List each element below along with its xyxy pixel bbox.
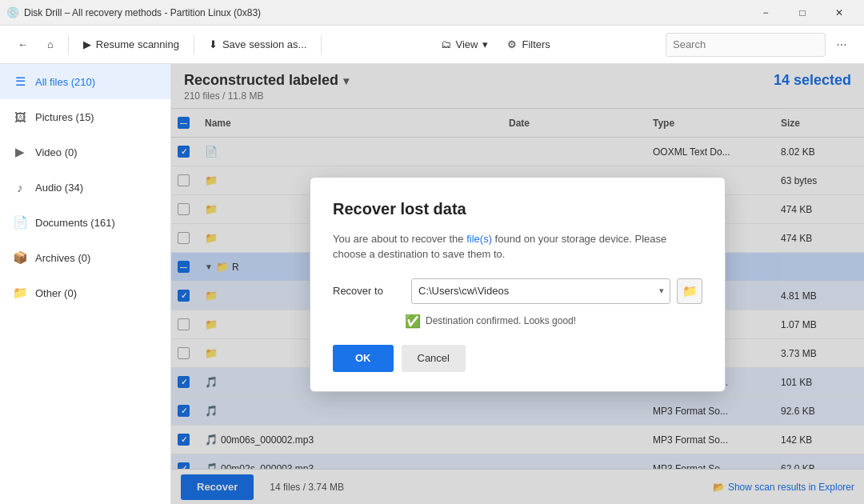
minimize-button[interactable]: − (747, 0, 784, 26)
play-icon: ▶ (83, 38, 91, 50)
pictures-icon: 🖼 (13, 110, 27, 124)
all-files-icon: ☰ (13, 74, 27, 89)
toolbar-separator-2 (194, 35, 194, 54)
audio-icon: ♪ (13, 181, 27, 194)
toolbar-separator-3 (321, 35, 322, 54)
sidebar-item-label: All files (210) (35, 76, 95, 88)
chevron-down-icon: ▾ (482, 38, 488, 50)
sidebar-item-video[interactable]: ▶ Video (0) (0, 134, 170, 170)
content-area: Reconstructed labeled ▾ 14 selected 210 … (171, 64, 864, 504)
recover-to-wrapper: C:\Users\cw\Videos ▾ (411, 278, 670, 304)
confirm-icon: ✅ (405, 314, 421, 329)
recover-to-select[interactable]: C:\Users\cw\Videos (411, 278, 670, 304)
browse-folder-icon: 📁 (682, 284, 698, 298)
dialog-buttons: OK Cancel (333, 345, 702, 372)
filters-button[interactable]: ⚙ Filters (499, 32, 558, 58)
save-session-button[interactable]: ⬇ Save session as... (201, 32, 315, 58)
sidebar-item-label: Video (0) (35, 146, 78, 158)
resume-scanning-button[interactable]: ▶ Resume scanning (75, 32, 187, 58)
recover-dialog: Recover lost data You are about to recov… (310, 177, 726, 392)
sidebar-item-label: Other (0) (35, 287, 77, 299)
video-icon: ▶ (13, 145, 27, 159)
home-icon: ⌂ (47, 38, 54, 50)
archives-icon: 📦 (13, 250, 27, 265)
filters-icon: ⚙ (507, 38, 517, 50)
browse-button[interactable]: 📁 (677, 278, 702, 304)
maximize-button[interactable]: □ (784, 0, 821, 26)
toolbar-separator (68, 35, 69, 54)
sidebar-item-label: Pictures (15) (35, 111, 94, 123)
sidebar-item-label: Documents (161) (35, 217, 115, 229)
recover-to-row: Recover to C:\Users\cw\Videos ▾ 📁 (333, 278, 702, 304)
view-icon: 🗂 (441, 38, 451, 50)
titlebar: 💿 Disk Drill – All recovery methods - Pa… (0, 0, 864, 26)
search-input[interactable] (666, 33, 826, 57)
titlebar-title: Disk Drill – All recovery methods - Part… (24, 7, 747, 18)
sidebar-item-label: Archives (0) (35, 252, 90, 264)
recover-to-label: Recover to (333, 285, 405, 297)
sidebar-item-audio[interactable]: ♪ Audio (34) (0, 170, 170, 205)
dialog-title: Recover lost data (333, 200, 702, 218)
confirm-text: Destination confirmed. Looks good! (426, 315, 576, 326)
view-button[interactable]: 🗂 View ▾ (433, 32, 497, 58)
more-icon: ··· (836, 38, 846, 52)
back-icon: ← (18, 38, 28, 50)
app-icon: 💿 (6, 6, 19, 19)
file-link[interactable]: file(s) (466, 233, 492, 245)
dialog-overlay: Recover lost data You are about to recov… (171, 64, 864, 504)
cancel-button[interactable]: Cancel (402, 345, 466, 372)
sidebar-item-label: Audio (34) (35, 182, 83, 194)
sidebar-item-archives[interactable]: 📦 Archives (0) (0, 240, 170, 275)
sidebar: ☰ All files (210) 🖼 Pictures (15) ▶ Vide… (0, 64, 171, 504)
main-layout: ☰ All files (210) 🖼 Pictures (15) ▶ Vide… (0, 64, 864, 504)
other-icon: 📁 (13, 286, 27, 300)
save-icon: ⬇ (209, 38, 218, 50)
back-button[interactable]: ← (10, 32, 36, 58)
confirm-row: ✅ Destination confirmed. Looks good! (333, 314, 702, 329)
sidebar-item-all-files[interactable]: ☰ All files (210) (0, 64, 170, 99)
toolbar: ← ⌂ ▶ Resume scanning ⬇ Save session as.… (0, 26, 864, 64)
sidebar-item-other[interactable]: 📁 Other (0) (0, 275, 170, 310)
documents-icon: 📄 (13, 215, 27, 230)
sidebar-item-documents[interactable]: 📄 Documents (161) (0, 205, 170, 240)
dialog-text: You are about to recover the file(s) fou… (333, 231, 702, 262)
home-button[interactable]: ⌂ (39, 32, 62, 58)
more-options-button[interactable]: ··· (829, 32, 854, 58)
close-button[interactable]: ✕ (821, 0, 858, 26)
window-controls: − □ ✕ (747, 0, 858, 26)
sidebar-item-pictures[interactable]: 🖼 Pictures (15) (0, 99, 170, 134)
ok-button[interactable]: OK (333, 345, 394, 372)
